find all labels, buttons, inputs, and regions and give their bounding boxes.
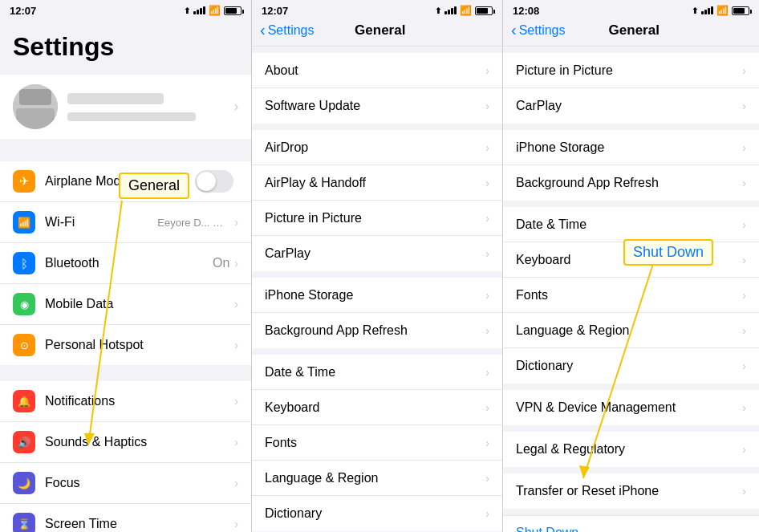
svg-rect-2: [16, 108, 55, 129]
notifications-chevron: ›: [234, 395, 238, 408]
wifi-icon-2: 📶: [460, 5, 472, 16]
focus-label: Focus: [45, 476, 234, 490]
back-label-3: Settings: [519, 23, 566, 38]
legal-row-3[interactable]: Legal & Regulatory ›: [503, 432, 759, 467]
mobile-data-row[interactable]: ◉ Mobile Data ›: [0, 284, 251, 325]
sep3-4: [503, 384, 759, 390]
wifi-icon: 📶: [209, 5, 221, 16]
bg-app-refresh-label: Background App Refresh: [265, 323, 485, 338]
general-scroll-2[interactable]: About › Software Update › AirDrop › AirP…: [252, 47, 502, 532]
wifi-row[interactable]: 📶 Wi-Fi Eeyore D... worlds ›: [0, 202, 251, 243]
bluetooth-icon: ᛒ: [13, 252, 35, 274]
pip-row-3[interactable]: Picture in Picture ›: [503, 53, 759, 88]
about-row[interactable]: About ›: [252, 53, 502, 88]
keyboard-chevron: ›: [485, 401, 489, 414]
software-update-label: Software Update: [265, 99, 485, 113]
pip-row[interactable]: Picture in Picture ›: [252, 201, 502, 236]
sep3-7: [503, 509, 759, 515]
mobile-data-label: Mobile Data: [45, 297, 234, 311]
screen-3: 12:08 ⬆ 📶 ‹ Settings General Picture in …: [502, 0, 759, 532]
hotspot-row[interactable]: ⊙ Personal Hotspot ›: [0, 325, 251, 365]
nav-bar-3: ‹ Settings General: [503, 19, 759, 47]
iphone-storage-chevron-3: ›: [742, 141, 746, 154]
status-bar-1: 12:07 ⬆ 📶: [0, 0, 251, 19]
sounds-row[interactable]: 🔊 Sounds & Haptics ›: [0, 422, 251, 463]
airdrop-row[interactable]: AirDrop ›: [252, 130, 502, 165]
date-time-row[interactable]: Date & Time ›: [252, 355, 502, 390]
focus-row[interactable]: 🌙 Focus ›: [0, 463, 251, 504]
storage-group-3: iPhone Storage › Background App Refresh …: [503, 130, 759, 201]
carplay-row-3[interactable]: CarPlay ›: [503, 88, 759, 124]
status-bar-2: 12:07 ⬆ 📶: [252, 0, 502, 19]
status-time-1: 12:07: [10, 5, 36, 17]
iphone-storage-label-3: iPhone Storage: [516, 140, 742, 155]
airdrop-label: AirDrop: [265, 140, 485, 155]
focus-icon: 🌙: [13, 472, 35, 494]
datetime-group: Date & Time › Keyboard › Fonts › Languag…: [252, 355, 502, 531]
wifi-value: Eeyore D... worlds: [157, 217, 229, 229]
dictionary-row[interactable]: Dictionary ›: [252, 496, 502, 531]
sep3-1: [503, 47, 759, 53]
iphone-storage-row[interactable]: iPhone Storage ›: [252, 278, 502, 313]
sounds-chevron: ›: [234, 436, 238, 449]
location-icon-3: ⬆: [692, 6, 698, 15]
battery-icon-2: [475, 6, 493, 15]
dictionary-label-3: Dictionary: [516, 359, 742, 373]
dictionary-label: Dictionary: [265, 506, 485, 521]
bg-app-refresh-row-3[interactable]: Background App Refresh ›: [503, 165, 759, 201]
status-icons-3: ⬆ 📶: [692, 5, 749, 16]
status-icons-2: ⬆ 📶: [435, 5, 493, 16]
airplay-chevron: ›: [485, 177, 489, 189]
general-scroll-3[interactable]: Picture in Picture › CarPlay › iPhone St…: [503, 47, 759, 532]
transfer-label-3: Transfer or Reset iPhone: [516, 484, 742, 498]
vpn-row-3[interactable]: VPN & Device Management ›: [503, 390, 759, 425]
fonts-chevron-3: ›: [742, 289, 746, 302]
bg-app-refresh-row[interactable]: Background App Refresh ›: [252, 313, 502, 348]
notifications-row[interactable]: 🔔 Notifications ›: [0, 381, 251, 422]
software-update-row[interactable]: Software Update ›: [252, 88, 502, 124]
language-region-label-3: Language & Region: [516, 323, 742, 338]
language-region-row[interactable]: Language & Region ›: [252, 461, 502, 496]
legal-chevron-3: ›: [742, 443, 746, 456]
transfer-row-3[interactable]: Transfer or Reset iPhone ›: [503, 473, 759, 509]
sep3-2: [503, 124, 759, 130]
battery-icon-3: [732, 6, 749, 15]
iphone-storage-label: iPhone Storage: [265, 288, 485, 303]
profile-name: [67, 93, 164, 104]
bg-app-refresh-chevron: ›: [485, 324, 489, 337]
mobile-data-chevron: ›: [234, 298, 238, 311]
carplay-row[interactable]: CarPlay ›: [252, 236, 502, 271]
notifications-icon: 🔔: [13, 390, 35, 412]
sep-4: [252, 348, 502, 355]
language-region-row-3[interactable]: Language & Region ›: [503, 313, 759, 348]
bluetooth-row[interactable]: ᛒ Bluetooth On ›: [0, 243, 251, 284]
screen-time-row[interactable]: ⌛ Screen Time ›: [0, 504, 251, 532]
back-label-2: Settings: [268, 23, 315, 38]
airplay-label: AirPlay & Handoff: [265, 176, 485, 190]
settings-scroll[interactable]: › ✈ Airplane Mode 📶 Wi-Fi Eeyore D... wo…: [0, 68, 251, 532]
legal-group-3: Legal & Regulatory ›: [503, 432, 759, 467]
back-button-3[interactable]: ‹ Settings: [511, 21, 565, 39]
pip-label: Picture in Picture: [265, 211, 485, 225]
carplay-chevron: ›: [485, 247, 489, 260]
date-time-row-3[interactable]: Date & Time ›: [503, 207, 759, 242]
general-callout: General: [119, 173, 189, 199]
profile-card[interactable]: ›: [0, 75, 251, 139]
fonts-row-3[interactable]: Fonts ›: [503, 278, 759, 313]
back-button-2[interactable]: ‹ Settings: [260, 21, 314, 39]
airplay-row[interactable]: AirPlay & Handoff ›: [252, 165, 502, 201]
iphone-storage-row-3[interactable]: iPhone Storage ›: [503, 130, 759, 165]
fonts-row[interactable]: Fonts ›: [252, 425, 502, 461]
dictionary-row-3[interactable]: Dictionary ›: [503, 348, 759, 384]
airplane-toggle[interactable]: [195, 170, 233, 193]
shutdown-link[interactable]: Shut Down: [503, 515, 759, 532]
group-divider-1: [0, 145, 251, 161]
iphone-storage-chevron: ›: [485, 289, 489, 302]
wifi-chevron: ›: [234, 216, 238, 229]
about-label: About: [265, 63, 485, 78]
carplay-chevron-3: ›: [742, 99, 746, 112]
status-icons-1: ⬆ 📶: [184, 5, 242, 16]
keyboard-row[interactable]: Keyboard ›: [252, 390, 502, 425]
signal-icon: [193, 6, 205, 14]
datetime-group-3: Date & Time › Keyboard › Fonts › Languag…: [503, 207, 759, 384]
